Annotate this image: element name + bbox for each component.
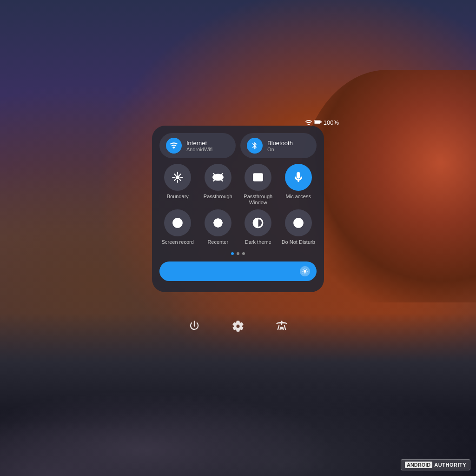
recenter-tile[interactable]: Recenter (200, 209, 237, 245)
recenter-label: Recenter (207, 239, 228, 245)
dark-theme-label: Dark theme (245, 239, 271, 245)
power-button[interactable] (184, 316, 205, 336)
bluetooth-title: Bluetooth (267, 140, 293, 147)
settings-button[interactable] (228, 316, 248, 336)
svg-point-9 (257, 177, 260, 181)
watermark: ANDROID AUTHORITY (401, 459, 470, 470)
accessibility-icon (275, 320, 288, 333)
svg-rect-1 (315, 121, 320, 123)
internet-text: Internet AndroidWifi (186, 140, 212, 152)
dark-theme-icon-bg (245, 209, 271, 236)
passthrough-window-icon (252, 171, 264, 183)
dnd-icon (292, 217, 304, 229)
dark-theme-tile[interactable]: Dark theme (240, 209, 277, 245)
settings-icon (231, 320, 245, 333)
svg-point-11 (176, 221, 180, 225)
boundary-icon (172, 171, 184, 183)
passthrough-label: Passthrough (204, 194, 232, 200)
passthrough-window-tile[interactable]: Passthrough Window (240, 164, 277, 206)
svg-point-17 (281, 321, 283, 322)
brightness-slider[interactable] (159, 261, 317, 281)
screen-record-icon-bg (164, 209, 191, 236)
svg-rect-2 (321, 121, 322, 123)
screen-record-label: Screen record (162, 239, 194, 245)
passthrough-window-icon-bg (245, 164, 271, 191)
bluetooth-text: Bluetooth On (267, 140, 293, 152)
quick-settings-panel: Internet AndroidWifi Bluetooth On Bounda… (152, 126, 324, 292)
dnd-tile[interactable]: Do Not Disturb (280, 209, 317, 245)
rocks-right (299, 70, 476, 302)
mic-access-icon-bg (285, 164, 312, 191)
passthrough-icon-bg (205, 164, 231, 191)
battery-icon (314, 119, 322, 127)
boundary-icon-bg (164, 164, 191, 191)
svg-point-16 (304, 270, 306, 273)
passthrough-window-label: Passthrough Window (240, 194, 277, 206)
boundary-label: Boundary (167, 194, 189, 200)
bluetooth-tile[interactable]: Bluetooth On (240, 133, 317, 158)
accessibility-button[interactable] (271, 316, 292, 336)
mic-access-label: Mic access (286, 194, 311, 200)
rocks-texture (0, 346, 476, 476)
svg-point-3 (176, 176, 179, 179)
bluetooth-icon-circle (247, 138, 263, 154)
brightness-slider-container (159, 261, 317, 281)
mic-access-icon (292, 171, 304, 183)
brightness-icon-svg (302, 268, 308, 275)
dnd-label: Do Not Disturb (282, 239, 315, 245)
bottom-icons-bar (184, 316, 292, 336)
mic-access-tile[interactable]: Mic access (280, 164, 317, 206)
recenter-icon (212, 217, 224, 229)
internet-title: Internet (186, 140, 212, 147)
dot-3 (242, 252, 245, 255)
passthrough-icon (212, 171, 224, 183)
screen-record-icon (172, 217, 184, 229)
svg-point-13 (214, 219, 222, 227)
bluetooth-subtitle: On (267, 147, 293, 152)
connectivity-row: Internet AndroidWifi Bluetooth On (159, 133, 317, 158)
quick-tiles-grid: Boundary Passthrough Passthrough Window … (159, 164, 317, 246)
watermark-android-text: ANDROID (405, 462, 432, 468)
internet-subtitle: AndroidWifi (186, 147, 212, 152)
internet-tile[interactable]: Internet AndroidWifi (159, 133, 236, 158)
boundary-tile[interactable]: Boundary (159, 164, 196, 206)
watermark-authority-text: AUTHORITY (434, 462, 466, 468)
internet-icon-circle (166, 138, 182, 154)
bluetooth-tile-icon (251, 141, 259, 150)
dark-theme-icon (252, 217, 264, 229)
pagination-dots (159, 252, 317, 255)
dnd-icon-bg (285, 209, 312, 236)
wifi-tile-icon (170, 141, 178, 150)
passthrough-tile[interactable]: Passthrough (200, 164, 237, 206)
dot-2 (237, 252, 239, 255)
dot-1 (231, 252, 234, 255)
power-icon (188, 320, 201, 333)
brightness-icon (300, 266, 310, 276)
battery-percentage: 100% (324, 119, 339, 126)
screen-record-tile[interactable]: Screen record (159, 209, 196, 245)
recenter-icon-bg (205, 209, 231, 236)
